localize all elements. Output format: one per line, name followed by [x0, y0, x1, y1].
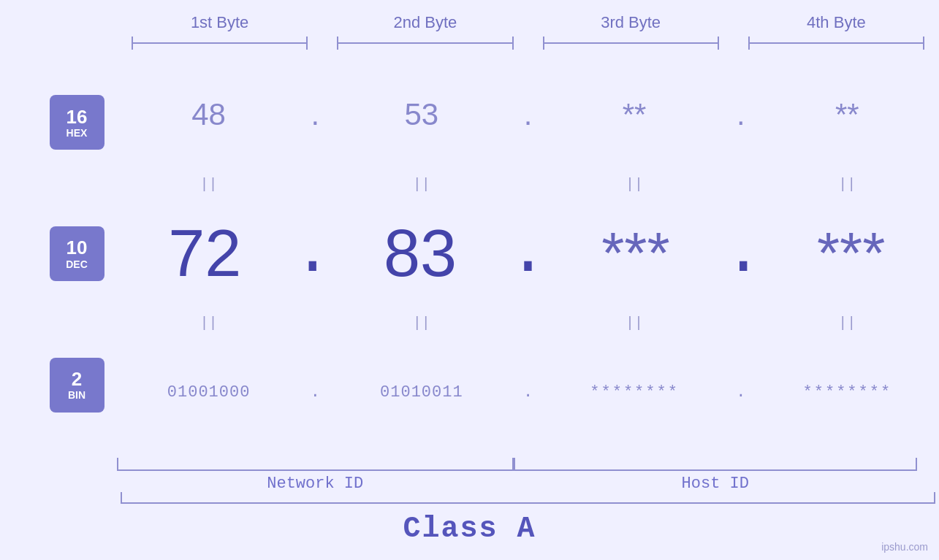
eq1-b1: || — [117, 176, 300, 192]
hex-badge-num: 16 — [66, 107, 88, 128]
dec-b4: *** — [763, 220, 939, 287]
hex-dot3: . — [726, 97, 756, 132]
byte4-header: 4th Byte — [734, 13, 939, 32]
hex-row: 48 . 53 . ** . ** — [117, 53, 939, 176]
bin-badge-label: BIN — [68, 389, 85, 401]
watermark: ipshu.com — [881, 541, 928, 553]
dec-badge-num: 10 — [66, 237, 88, 258]
dec-b1: 72 — [117, 220, 293, 286]
main-container: 1st Byte 2nd Byte 3rd Byte 4th Byte 16 H… — [0, 0, 939, 560]
bin-dot3: . — [726, 383, 756, 402]
network-bracket — [117, 458, 514, 471]
top-bracket-row — [0, 37, 939, 50]
hex-b3: ** — [543, 97, 726, 132]
bottom-section: Network ID Host ID — [0, 458, 939, 493]
network-id-label: Network ID — [117, 475, 514, 493]
dec-row: 72 . 83 . *** . *** — [117, 192, 939, 315]
dec-badge: 10 DEC — [50, 226, 104, 281]
big-bracket — [121, 502, 935, 504]
bin-badge: 2 BIN — [50, 358, 104, 413]
dec-dot3: . — [723, 220, 763, 286]
bin-dot2: . — [514, 383, 543, 402]
equals-row-1: || || || || — [117, 176, 939, 192]
eq2-b2: || — [330, 315, 513, 331]
byte1-header: 1st Byte — [117, 13, 322, 32]
bin-row: 01001000 . 01010011 . ******** . — [117, 331, 939, 454]
class-label: Class A — [403, 513, 536, 545]
eq2-b4: || — [756, 315, 939, 331]
bin-b3: ******** — [543, 383, 726, 402]
hex-dot2: . — [514, 97, 543, 132]
eq1-b3: || — [543, 176, 726, 192]
hex-badge-label: HEX — [66, 127, 88, 139]
bin-badge-num: 2 — [72, 369, 82, 390]
content-area: 16 HEX 10 DEC 2 BIN 48 . — [0, 50, 939, 458]
bin-b2: 01010011 — [330, 383, 513, 402]
byte3-header: 3rd Byte — [528, 13, 734, 32]
hex-b1: 48 — [117, 97, 300, 132]
hex-b2: 53 — [330, 97, 513, 132]
dec-dot2: . — [508, 220, 547, 286]
bin-b1: 01001000 — [117, 383, 300, 402]
bracket-3 — [543, 37, 719, 50]
hex-badge: 16 HEX — [50, 95, 104, 150]
dec-dot1: . — [293, 220, 332, 286]
eq2-b3: || — [543, 315, 726, 331]
dec-b2: 83 — [332, 220, 509, 286]
equals-row-2: || || || || — [117, 315, 939, 331]
bottom-brackets — [117, 458, 924, 471]
host-bracket — [514, 458, 918, 471]
byte2-header: 2nd Byte — [322, 13, 528, 32]
hex-dot1: . — [300, 97, 330, 132]
id-labels: Network ID Host ID — [117, 475, 924, 493]
eq1-b4: || — [756, 176, 939, 192]
bracket-4 — [748, 37, 924, 50]
dec-badge-label: DEC — [66, 258, 88, 270]
hex-b4: ** — [756, 97, 939, 132]
eq2-b1: || — [117, 315, 300, 331]
eq1-b2: || — [330, 176, 513, 192]
dec-b3: *** — [548, 220, 724, 287]
byte-headers: 1st Byte 2nd Byte 3rd Byte 4th Byte — [0, 13, 939, 32]
bin-b4: ******** — [756, 383, 939, 402]
badges-column: 16 HEX 10 DEC 2 BIN — [37, 50, 117, 458]
bracket-1 — [132, 37, 308, 50]
bin-dot1: . — [300, 383, 330, 402]
host-id-label: Host ID — [514, 475, 918, 493]
bracket-2 — [337, 37, 513, 50]
class-row: Class A — [0, 513, 939, 560]
values-grid: 48 . 53 . ** . ** — [117, 50, 939, 458]
